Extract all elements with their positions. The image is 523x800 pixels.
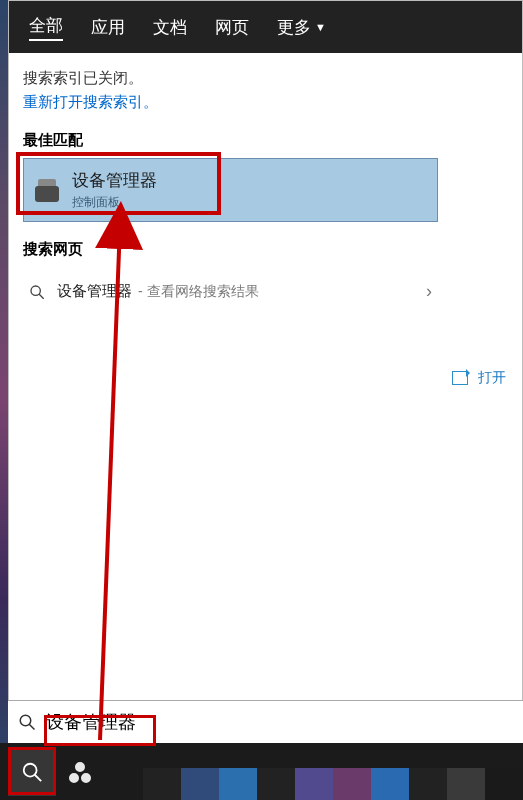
tab-more-label: 更多 xyxy=(277,16,311,39)
results-body: 搜索索引已关闭。 重新打开搜索索引。 最佳匹配 设备管理器 控制面板 搜索网页 … xyxy=(9,53,522,701)
chevron-down-icon: ▼ xyxy=(315,21,326,33)
svg-point-4 xyxy=(24,763,37,776)
best-match-result[interactable]: 设备管理器 控制面板 xyxy=(23,158,438,222)
search-input[interactable] xyxy=(46,712,446,733)
tab-apps[interactable]: 应用 xyxy=(91,16,125,39)
tab-web[interactable]: 网页 xyxy=(215,16,249,39)
index-off-notice: 搜索索引已关闭。 xyxy=(23,67,508,89)
svg-point-2 xyxy=(20,715,31,726)
tab-docs[interactable]: 文档 xyxy=(153,16,187,39)
svg-line-3 xyxy=(29,724,34,729)
details-pane: 打开 xyxy=(452,363,522,387)
best-match-title: 设备管理器 xyxy=(72,169,157,192)
chevron-right-icon: › xyxy=(426,281,432,302)
search-filter-tabs: 全部 应用 文档 网页 更多 ▼ xyxy=(9,1,522,53)
tab-all[interactable]: 全部 xyxy=(29,14,63,41)
search-icon xyxy=(18,713,36,731)
device-manager-icon xyxy=(34,176,62,204)
section-best-match: 最佳匹配 xyxy=(23,131,508,150)
open-icon xyxy=(452,371,468,385)
svg-point-0 xyxy=(31,286,40,295)
search-icon xyxy=(29,284,45,300)
taskbar-apps-strip xyxy=(143,768,523,800)
desktop-edge xyxy=(0,0,8,800)
web-search-hint: - 查看网络搜索结果 xyxy=(138,283,259,301)
svg-line-5 xyxy=(35,774,41,780)
web-search-term: 设备管理器 xyxy=(57,282,132,301)
reopen-index-link[interactable]: 重新打开搜索索引。 xyxy=(23,91,508,113)
taskbar-app-button[interactable] xyxy=(56,748,104,796)
web-search-result[interactable]: 设备管理器 - 查看网络搜索结果 › xyxy=(23,267,438,316)
open-action[interactable]: 打开 xyxy=(452,369,522,387)
best-match-text: 设备管理器 控制面板 xyxy=(72,169,157,211)
section-search-web: 搜索网页 xyxy=(23,240,508,259)
best-match-subtitle: 控制面板 xyxy=(72,194,157,211)
start-search-panel: 全部 应用 文档 网页 更多 ▼ 搜索索引已关闭。 重新打开搜索索引。 最佳匹配… xyxy=(8,0,523,760)
search-input-bar[interactable] xyxy=(8,700,523,743)
tab-more[interactable]: 更多 ▼ xyxy=(277,16,326,39)
taskbar xyxy=(0,743,523,800)
open-label: 打开 xyxy=(478,369,506,387)
svg-line-1 xyxy=(39,294,44,299)
taskbar-search-button[interactable] xyxy=(8,748,56,796)
